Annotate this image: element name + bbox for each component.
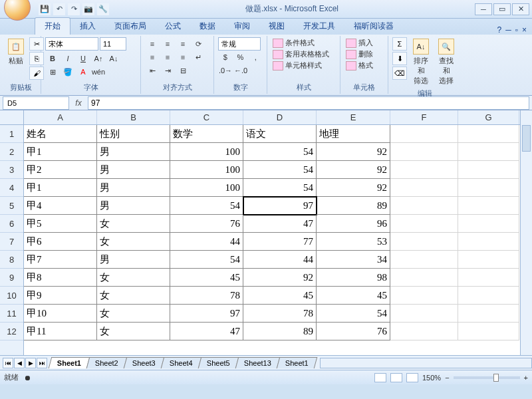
cell-E9[interactable]: 98 xyxy=(317,269,390,287)
cell-C2[interactable]: 100 xyxy=(170,143,243,161)
qat-undo[interactable]: ↶ xyxy=(53,3,65,15)
align-middle-button[interactable]: ≡ xyxy=(160,37,175,51)
cell-G4[interactable] xyxy=(458,179,519,197)
col-header-D[interactable]: D xyxy=(243,110,317,124)
cell-B8[interactable]: 男 xyxy=(97,251,170,269)
cell-F9[interactable] xyxy=(390,269,458,287)
cell-C11[interactable]: 97 xyxy=(170,305,243,323)
mdi-restore[interactable]: ▫ xyxy=(515,25,518,35)
cell-C7[interactable]: 44 xyxy=(170,233,243,251)
cell-A5[interactable]: 甲4 xyxy=(24,197,97,215)
cell-B5[interactable]: 男 xyxy=(97,197,170,215)
cell-C12[interactable]: 47 xyxy=(170,323,243,340)
cell-B7[interactable]: 女 xyxy=(97,233,170,251)
row-header-5[interactable]: 5 xyxy=(0,197,23,215)
zoom-slider-thumb[interactable] xyxy=(493,374,499,382)
align-bottom-button[interactable]: ≡ xyxy=(176,37,190,51)
cell-E5[interactable]: 89 xyxy=(317,197,390,215)
ribbon-tab-6[interactable]: 视图 xyxy=(259,18,294,35)
row-header-1[interactable]: 1 xyxy=(0,125,23,143)
col-header-B[interactable]: B xyxy=(97,110,170,124)
cell-G9[interactable] xyxy=(458,269,519,287)
cell-G3[interactable] xyxy=(458,161,519,179)
cell-F7[interactable] xyxy=(390,233,458,251)
wrap-text-button[interactable]: ↵ xyxy=(191,51,205,64)
ribbon-tab-4[interactable]: 数据 xyxy=(190,18,225,35)
col-header-C[interactable]: C xyxy=(170,110,243,124)
ribbon-tab-1[interactable]: 插入 xyxy=(70,18,105,35)
cell-B10[interactable]: 女 xyxy=(97,287,170,305)
cell-E11[interactable]: 54 xyxy=(317,305,390,323)
ribbon-tab-0[interactable]: 开始 xyxy=(35,17,70,35)
select-all-corner[interactable] xyxy=(0,110,23,125)
zoom-level[interactable]: 150% xyxy=(422,374,441,382)
cell-D12[interactable]: 89 xyxy=(243,323,317,340)
table-format-button[interactable]: 套用表格格式 xyxy=(271,49,336,60)
indent-decrease-button[interactable]: ⇤ xyxy=(145,64,160,77)
vscroll-thumb[interactable] xyxy=(522,125,531,152)
cell-A4[interactable]: 甲1 xyxy=(24,179,97,197)
cell-D3[interactable]: 54 xyxy=(243,161,317,179)
qat-redo[interactable]: ↷ xyxy=(68,3,80,15)
formula-bar[interactable]: 97 xyxy=(88,96,529,110)
cell-D8[interactable]: 44 xyxy=(243,251,317,269)
cell-C3[interactable]: 100 xyxy=(170,161,243,179)
cell-C8[interactable]: 54 xyxy=(170,251,243,269)
currency-button[interactable]: $ xyxy=(218,51,233,64)
qat-tool2[interactable]: 🔧 xyxy=(97,3,109,15)
cell-A6[interactable]: 甲5 xyxy=(24,215,97,233)
cell-E2[interactable]: 92 xyxy=(317,143,390,161)
cell-F10[interactable] xyxy=(390,287,458,305)
insert-cells-button[interactable]: 插入 xyxy=(344,37,384,49)
page-layout-view-button[interactable] xyxy=(390,373,402,382)
cell-G6[interactable] xyxy=(458,215,519,233)
cell-G2[interactable] xyxy=(458,143,519,161)
cell-A10[interactable]: 甲9 xyxy=(24,287,97,305)
fx-button[interactable]: fx xyxy=(72,97,85,109)
sheet-nav-first[interactable]: ⏮ xyxy=(3,358,13,368)
cell-C5[interactable]: 54 xyxy=(170,197,243,215)
bold-button[interactable]: B xyxy=(45,52,60,65)
qat-save[interactable]: 💾 xyxy=(39,3,51,15)
cell-D10[interactable]: 45 xyxy=(243,287,317,305)
cell-C6[interactable]: 76 xyxy=(170,215,243,233)
row-header-8[interactable]: 8 xyxy=(0,251,23,269)
row-header-6[interactable]: 6 xyxy=(0,215,23,233)
orientation-button[interactable]: ⟳ xyxy=(191,37,205,51)
font-size-select[interactable]: 11 xyxy=(100,37,126,51)
sheet-tab-1[interactable]: Sheet2 xyxy=(86,357,127,368)
cell-F5[interactable] xyxy=(390,197,458,215)
cell-G8[interactable] xyxy=(458,251,519,269)
row-header-12[interactable]: 12 xyxy=(0,323,23,340)
cell-E3[interactable]: 92 xyxy=(317,161,390,179)
zoom-in-button[interactable]: + xyxy=(524,374,528,382)
cell-A8[interactable]: 甲7 xyxy=(24,251,97,269)
cell-B1[interactable]: 性别 xyxy=(97,125,170,143)
font-color-button[interactable]: A xyxy=(76,65,90,78)
maximize-button[interactable]: ▭ xyxy=(493,3,511,15)
cell-F3[interactable] xyxy=(390,161,458,179)
comma-button[interactable]: , xyxy=(248,51,263,64)
sort-filter-button[interactable]: A↓ 排序和 筛选 xyxy=(410,37,432,87)
cell-B12[interactable]: 女 xyxy=(97,323,170,340)
ribbon-tab-3[interactable]: 公式 xyxy=(156,18,190,35)
cell-B6[interactable]: 女 xyxy=(97,215,170,233)
cell-D7[interactable]: 77 xyxy=(243,233,317,251)
minimize-button[interactable]: ─ xyxy=(475,3,492,15)
cell-F11[interactable] xyxy=(390,305,458,323)
row-header-2[interactable]: 2 xyxy=(0,143,23,161)
name-box[interactable]: D5 xyxy=(3,96,69,110)
sheet-nav-next[interactable]: ▶ xyxy=(25,358,36,368)
clear-button[interactable]: ⌫ xyxy=(392,66,407,80)
sheet-tab-3[interactable]: Sheet4 xyxy=(161,357,201,368)
cell-B4[interactable]: 男 xyxy=(97,179,170,197)
italic-button[interactable]: I xyxy=(61,52,75,65)
zoom-slider[interactable] xyxy=(454,376,520,379)
mdi-close[interactable]: × xyxy=(522,25,527,35)
sheet-nav-last[interactable]: ⏭ xyxy=(37,358,47,368)
cell-F1[interactable] xyxy=(390,125,458,143)
grow-font-button[interactable]: A↑ xyxy=(91,52,106,65)
cell-A1[interactable]: 姓名 xyxy=(24,125,97,143)
zoom-out-button[interactable]: − xyxy=(445,374,449,382)
paste-button[interactable]: 📋 粘贴 xyxy=(5,37,27,67)
